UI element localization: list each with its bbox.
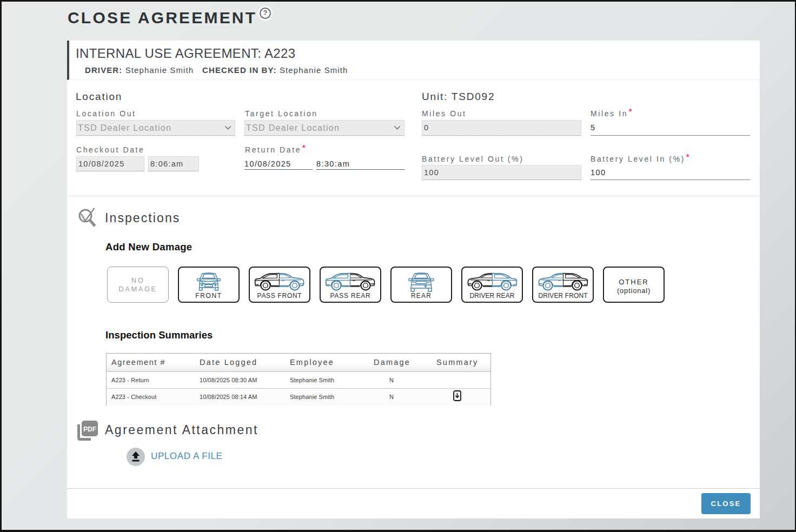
svg-text:PDF: PDF [83, 425, 96, 433]
